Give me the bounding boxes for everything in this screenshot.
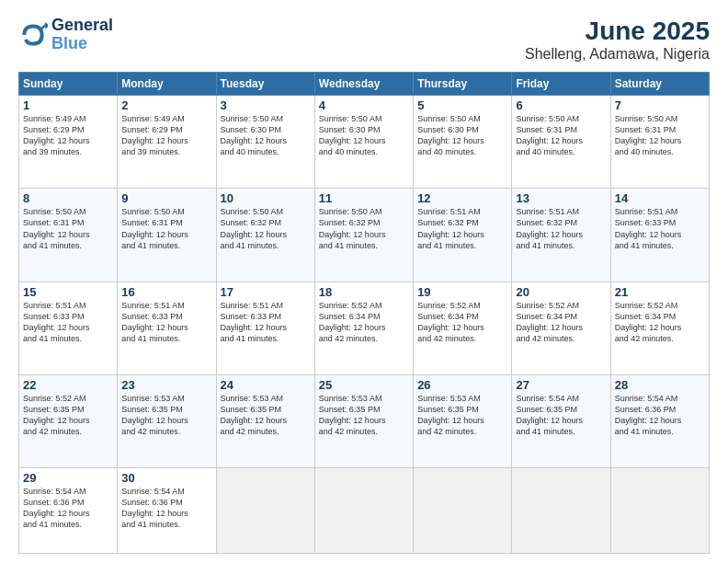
- weekday-header-tuesday: Tuesday: [216, 73, 314, 96]
- calendar-cell: 13Sunrise: 5:51 AM Sunset: 6:32 PM Dayli…: [512, 189, 610, 282]
- day-info: Sunrise: 5:50 AM Sunset: 6:30 PM Dayligh…: [221, 113, 311, 158]
- day-info: Sunrise: 5:51 AM Sunset: 6:33 PM Dayligh…: [615, 206, 705, 251]
- day-info: Sunrise: 5:49 AM Sunset: 6:29 PM Dayligh…: [23, 113, 113, 158]
- calendar-cell: 19Sunrise: 5:52 AM Sunset: 6:34 PM Dayli…: [414, 282, 512, 374]
- day-number: 5: [417, 98, 507, 112]
- calendar-title: June 2025: [525, 17, 710, 46]
- calendar-cell: 17Sunrise: 5:51 AM Sunset: 6:33 PM Dayli…: [216, 282, 314, 374]
- day-info: Sunrise: 5:50 AM Sunset: 6:31 PM Dayligh…: [615, 113, 705, 158]
- calendar-cell: 10Sunrise: 5:50 AM Sunset: 6:32 PM Dayli…: [216, 189, 314, 282]
- calendar-subtitle: Shelleng, Adamawa, Nigeria: [525, 46, 710, 63]
- day-info: Sunrise: 5:53 AM Sunset: 6:35 PM Dayligh…: [417, 393, 507, 438]
- calendar-cell: 8Sunrise: 5:50 AM Sunset: 6:31 PM Daylig…: [19, 189, 118, 282]
- day-number: 7: [615, 98, 705, 112]
- calendar-cell: 14Sunrise: 5:51 AM Sunset: 6:33 PM Dayli…: [610, 189, 709, 282]
- day-info: Sunrise: 5:52 AM Sunset: 6:34 PM Dayligh…: [417, 300, 507, 345]
- day-info: Sunrise: 5:50 AM Sunset: 6:30 PM Dayligh…: [319, 113, 409, 158]
- day-info: Sunrise: 5:50 AM Sunset: 6:31 PM Dayligh…: [516, 113, 606, 158]
- weekday-header-sunday: Sunday: [19, 73, 118, 96]
- day-number: 13: [516, 191, 606, 205]
- week-row-5: 29Sunrise: 5:54 AM Sunset: 6:36 PM Dayli…: [19, 468, 710, 554]
- day-number: 11: [319, 191, 409, 205]
- calendar-cell: 12Sunrise: 5:51 AM Sunset: 6:32 PM Dayli…: [414, 189, 512, 282]
- day-number: 20: [516, 285, 606, 299]
- day-info: Sunrise: 5:49 AM Sunset: 6:29 PM Dayligh…: [121, 113, 211, 158]
- calendar-cell: [314, 468, 413, 554]
- logo-line1: General: [51, 17, 113, 35]
- day-number: 15: [23, 285, 113, 299]
- calendar-cell: 9Sunrise: 5:50 AM Sunset: 6:31 PM Daylig…: [118, 189, 216, 282]
- day-info: Sunrise: 5:52 AM Sunset: 6:34 PM Dayligh…: [319, 300, 409, 345]
- calendar-cell: [512, 468, 610, 554]
- logo: General Blue: [18, 17, 113, 53]
- weekday-header-friday: Friday: [512, 73, 610, 96]
- week-row-1: 1Sunrise: 5:49 AM Sunset: 6:29 PM Daylig…: [19, 96, 710, 189]
- calendar-cell: 22Sunrise: 5:52 AM Sunset: 6:35 PM Dayli…: [19, 374, 118, 467]
- day-number: 4: [319, 98, 409, 112]
- day-info: Sunrise: 5:50 AM Sunset: 6:31 PM Dayligh…: [23, 206, 113, 251]
- calendar-cell: 23Sunrise: 5:53 AM Sunset: 6:35 PM Dayli…: [118, 374, 216, 467]
- day-number: 18: [319, 285, 409, 299]
- day-number: 22: [23, 378, 113, 392]
- calendar-cell: 30Sunrise: 5:54 AM Sunset: 6:36 PM Dayli…: [118, 468, 216, 554]
- day-number: 12: [417, 191, 507, 205]
- day-number: 23: [121, 378, 211, 392]
- day-info: Sunrise: 5:54 AM Sunset: 6:36 PM Dayligh…: [615, 393, 705, 438]
- day-info: Sunrise: 5:51 AM Sunset: 6:33 PM Dayligh…: [23, 300, 113, 345]
- day-info: Sunrise: 5:53 AM Sunset: 6:35 PM Dayligh…: [221, 393, 311, 438]
- calendar-table: SundayMondayTuesdayWednesdayThursdayFrid…: [18, 72, 710, 554]
- day-number: 21: [615, 285, 705, 299]
- day-info: Sunrise: 5:52 AM Sunset: 6:34 PM Dayligh…: [615, 300, 705, 345]
- calendar-cell: 29Sunrise: 5:54 AM Sunset: 6:36 PM Dayli…: [19, 468, 118, 554]
- day-info: Sunrise: 5:51 AM Sunset: 6:33 PM Dayligh…: [121, 300, 211, 345]
- calendar-cell: 21Sunrise: 5:52 AM Sunset: 6:34 PM Dayli…: [610, 282, 709, 374]
- weekday-header-wednesday: Wednesday: [314, 73, 413, 96]
- day-number: 17: [221, 285, 311, 299]
- day-info: Sunrise: 5:50 AM Sunset: 6:31 PM Dayligh…: [121, 206, 211, 251]
- day-info: Sunrise: 5:50 AM Sunset: 6:32 PM Dayligh…: [221, 206, 311, 251]
- weekday-header-saturday: Saturday: [610, 73, 709, 96]
- calendar-cell: 26Sunrise: 5:53 AM Sunset: 6:35 PM Dayli…: [414, 374, 512, 467]
- calendar-cell: 1Sunrise: 5:49 AM Sunset: 6:29 PM Daylig…: [19, 96, 118, 189]
- day-number: 1: [23, 98, 113, 112]
- day-info: Sunrise: 5:54 AM Sunset: 6:36 PM Dayligh…: [23, 486, 113, 531]
- day-info: Sunrise: 5:52 AM Sunset: 6:34 PM Dayligh…: [516, 300, 606, 345]
- logo-text: General Blue: [51, 17, 113, 53]
- calendar-cell: 24Sunrise: 5:53 AM Sunset: 6:35 PM Dayli…: [216, 374, 314, 467]
- calendar-cell: 2Sunrise: 5:49 AM Sunset: 6:29 PM Daylig…: [118, 96, 216, 189]
- weekday-header-row: SundayMondayTuesdayWednesdayThursdayFrid…: [19, 73, 710, 96]
- logo-icon: [18, 20, 48, 50]
- logo-line2: Blue: [51, 35, 113, 53]
- calendar-cell: [216, 468, 314, 554]
- calendar-cell: 27Sunrise: 5:54 AM Sunset: 6:35 PM Dayli…: [512, 374, 610, 467]
- day-info: Sunrise: 5:51 AM Sunset: 6:32 PM Dayligh…: [417, 206, 507, 251]
- week-row-4: 22Sunrise: 5:52 AM Sunset: 6:35 PM Dayli…: [19, 374, 710, 467]
- day-number: 25: [319, 378, 409, 392]
- weekday-header-thursday: Thursday: [414, 73, 512, 96]
- day-number: 19: [417, 285, 507, 299]
- day-number: 6: [516, 98, 606, 112]
- calendar-cell: 5Sunrise: 5:50 AM Sunset: 6:30 PM Daylig…: [414, 96, 512, 189]
- day-number: 9: [121, 191, 211, 205]
- day-number: 24: [221, 378, 311, 392]
- day-info: Sunrise: 5:51 AM Sunset: 6:33 PM Dayligh…: [221, 300, 311, 345]
- day-info: Sunrise: 5:50 AM Sunset: 6:32 PM Dayligh…: [319, 206, 409, 251]
- calendar-cell: 6Sunrise: 5:50 AM Sunset: 6:31 PM Daylig…: [512, 96, 610, 189]
- day-number: 30: [121, 471, 211, 485]
- day-number: 27: [516, 378, 606, 392]
- day-number: 3: [221, 98, 311, 112]
- calendar-cell: 3Sunrise: 5:50 AM Sunset: 6:30 PM Daylig…: [216, 96, 314, 189]
- page: General Blue June 2025 Shelleng, Adamawa…: [0, 0, 728, 563]
- header: General Blue June 2025 Shelleng, Adamawa…: [18, 17, 710, 63]
- day-info: Sunrise: 5:51 AM Sunset: 6:32 PM Dayligh…: [516, 206, 606, 251]
- weekday-header-monday: Monday: [118, 73, 216, 96]
- calendar-cell: 4Sunrise: 5:50 AM Sunset: 6:30 PM Daylig…: [314, 96, 413, 189]
- day-info: Sunrise: 5:54 AM Sunset: 6:36 PM Dayligh…: [121, 486, 211, 531]
- day-number: 8: [23, 191, 113, 205]
- week-row-3: 15Sunrise: 5:51 AM Sunset: 6:33 PM Dayli…: [19, 282, 710, 374]
- calendar-cell: 16Sunrise: 5:51 AM Sunset: 6:33 PM Dayli…: [118, 282, 216, 374]
- day-info: Sunrise: 5:53 AM Sunset: 6:35 PM Dayligh…: [121, 393, 211, 438]
- day-number: 28: [615, 378, 705, 392]
- calendar-cell: 11Sunrise: 5:50 AM Sunset: 6:32 PM Dayli…: [314, 189, 413, 282]
- calendar-cell: 15Sunrise: 5:51 AM Sunset: 6:33 PM Dayli…: [19, 282, 118, 374]
